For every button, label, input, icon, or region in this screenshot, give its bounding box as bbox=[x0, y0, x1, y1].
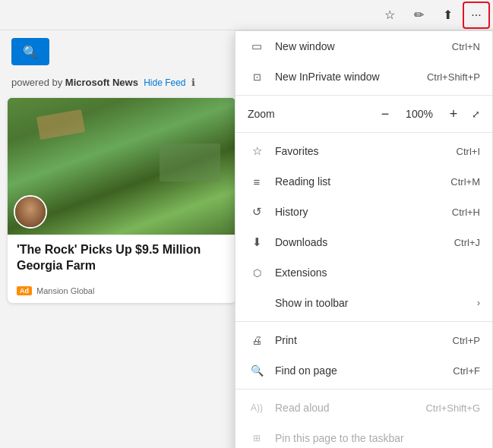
news-card-source: Mansion Global bbox=[36, 286, 94, 295]
zoom-value: 100% bbox=[403, 108, 435, 120]
ad-badge: Ad bbox=[17, 286, 32, 295]
news-card-title: 'The Rock' Picks Up $9.5 Million Georgia… bbox=[17, 242, 226, 274]
toolbar-icons: ☆ ✏ ⬆ ··· bbox=[376, 2, 493, 29]
read-aloud-shortcut: Ctrl+Shift+G bbox=[425, 402, 480, 414]
menu-item-pin-taskbar[interactable]: ⊞ Pin this page to the taskbar bbox=[235, 423, 492, 448]
browser-toolbar: ☆ ✏ ⬆ ··· bbox=[0, 0, 493, 30]
menu-item-extensions[interactable]: ⬡ Extensions bbox=[235, 257, 492, 288]
divider-2 bbox=[235, 132, 492, 133]
zoom-controls: − 100% + ⤢ bbox=[374, 103, 480, 125]
news-card-body: 'The Rock' Picks Up $9.5 Million Georgia… bbox=[8, 235, 235, 282]
read-aloud-icon: A)) bbox=[248, 399, 266, 417]
divider-1 bbox=[235, 95, 492, 96]
menu-item-reading-list[interactable]: ≡ Reading list Ctrl+M bbox=[235, 166, 492, 197]
menu-item-show-toolbar[interactable]: Show in toolbar › bbox=[235, 288, 492, 318]
print-icon: 🖨 bbox=[248, 331, 266, 349]
zoom-plus-btn[interactable]: + bbox=[443, 103, 464, 125]
favorites-label: Favorites bbox=[275, 145, 457, 157]
print-label: Print bbox=[275, 334, 453, 346]
news-source-label: powered by Microsoft News Hide Feed ℹ bbox=[0, 73, 243, 92]
downloads-shortcut: Ctrl+J bbox=[454, 237, 480, 248]
menu-item-history[interactable]: ↺ History Ctrl+H bbox=[235, 197, 492, 227]
news-card-footer: Ad Mansion Global bbox=[8, 282, 235, 303]
search-icon: 🔍 bbox=[23, 45, 38, 59]
pin-taskbar-icon: ⊞ bbox=[248, 429, 266, 447]
downloads-label: Downloads bbox=[275, 236, 454, 248]
history-icon: ↺ bbox=[248, 203, 266, 221]
find-icon: 🔍 bbox=[248, 361, 266, 380]
downloads-icon: ⬇ bbox=[248, 233, 266, 251]
menu-item-new-window[interactable]: ▭ New window Ctrl+N bbox=[235, 31, 492, 62]
reading-list-icon: ≡ bbox=[248, 172, 266, 191]
news-card: 'The Rock' Picks Up $9.5 Million Georgia… bbox=[8, 98, 235, 303]
inprivate-label: New InPrivate window bbox=[275, 71, 427, 83]
menu-item-find[interactable]: 🔍 Find on page Ctrl+F bbox=[235, 355, 492, 386]
more-toolbar-btn[interactable]: ··· bbox=[463, 2, 490, 29]
notes-toolbar-btn[interactable]: ✏ bbox=[405, 2, 432, 29]
avatar-face bbox=[15, 197, 46, 227]
new-window-icon: ▭ bbox=[248, 37, 266, 55]
read-aloud-label: Read aloud bbox=[275, 402, 425, 414]
extensions-label: Extensions bbox=[275, 267, 480, 279]
favorites-toolbar-btn[interactable]: ☆ bbox=[376, 2, 403, 29]
favorites-shortcut: Ctrl+I bbox=[457, 146, 480, 157]
inprivate-shortcut: Ctrl+Shift+P bbox=[427, 71, 480, 83]
history-shortcut: Ctrl+H bbox=[452, 207, 480, 218]
menu-item-downloads[interactable]: ⬇ Downloads Ctrl+J bbox=[235, 227, 492, 257]
history-label: History bbox=[275, 206, 452, 218]
show-toolbar-icon bbox=[248, 294, 266, 312]
find-shortcut: Ctrl+F bbox=[453, 365, 480, 377]
show-toolbar-arrow: › bbox=[477, 298, 480, 308]
menu-item-new-inprivate[interactable]: ⊡ New InPrivate window Ctrl+Shift+P bbox=[235, 62, 492, 92]
zoom-row: Zoom − 100% + ⤢ bbox=[235, 99, 492, 129]
favorites-icon: ☆ bbox=[248, 142, 266, 160]
hide-feed-link[interactable]: Hide Feed bbox=[144, 77, 185, 88]
info-icon: ℹ bbox=[191, 77, 195, 88]
reading-list-shortcut: Ctrl+M bbox=[450, 176, 480, 188]
inprivate-icon: ⊡ bbox=[248, 68, 266, 86]
page-content-bg: 🔍 powered by Microsoft News Hide Feed ℹ … bbox=[0, 30, 243, 448]
show-toolbar-label: Show in toolbar bbox=[275, 297, 477, 309]
search-bar: 🔍 bbox=[11, 38, 49, 65]
divider-4 bbox=[235, 389, 492, 390]
new-window-label: New window bbox=[275, 40, 452, 52]
extensions-icon: ⬡ bbox=[248, 263, 266, 282]
find-label: Find on page bbox=[275, 364, 453, 377]
news-card-image bbox=[8, 98, 235, 235]
zoom-label: Zoom bbox=[248, 108, 374, 120]
share-toolbar-btn[interactable]: ⬆ bbox=[434, 2, 461, 29]
avatar bbox=[14, 195, 47, 229]
pin-taskbar-label: Pin this page to the taskbar bbox=[275, 432, 480, 444]
divider-3 bbox=[235, 321, 492, 322]
reading-list-label: Reading list bbox=[275, 175, 450, 188]
dropdown-menu: ▭ New window Ctrl+N ⊡ New InPrivate wind… bbox=[235, 30, 493, 448]
zoom-minus-btn[interactable]: − bbox=[374, 103, 396, 125]
menu-item-read-aloud[interactable]: A)) Read aloud Ctrl+Shift+G bbox=[235, 393, 492, 423]
print-shortcut: Ctrl+P bbox=[453, 335, 480, 346]
menu-item-favorites[interactable]: ☆ Favorites Ctrl+I bbox=[235, 136, 492, 166]
menu-item-print[interactable]: 🖨 Print Ctrl+P bbox=[235, 325, 492, 355]
new-window-shortcut: Ctrl+N bbox=[452, 41, 480, 52]
zoom-expand-icon[interactable]: ⤢ bbox=[472, 109, 480, 120]
